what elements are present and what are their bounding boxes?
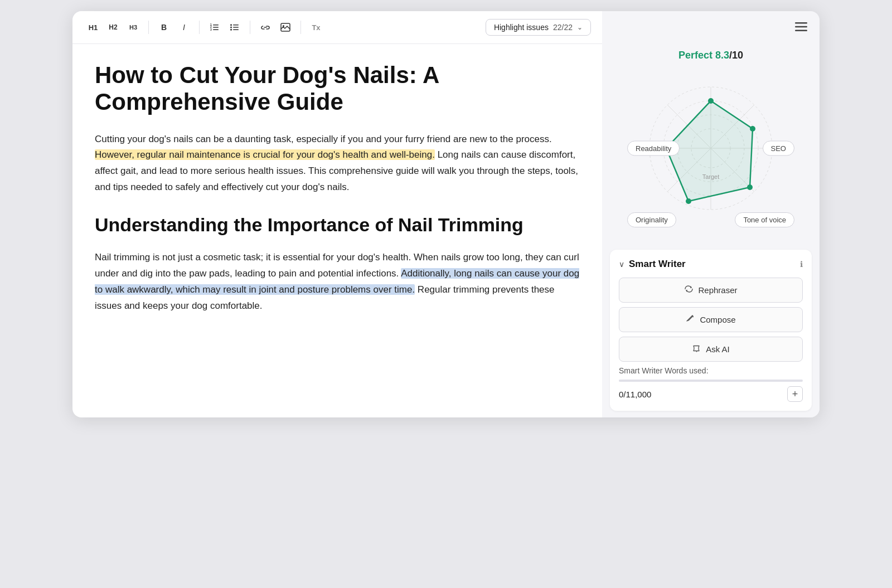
h2-button[interactable]: H2 [104, 18, 123, 37]
ask-ai-button[interactable]: Ask AI [619, 337, 803, 362]
smart-writer-title-group: ∨ Smart Writer [619, 259, 686, 270]
radar-label-seo[interactable]: SEO [763, 141, 794, 156]
smart-writer-header: ∨ Smart Writer ℹ [619, 259, 803, 270]
radar-label-tone-of-voice[interactable]: Tone of voice [735, 212, 794, 227]
highlight-count: 22/22 [553, 23, 573, 32]
score-title: Perfect 8.3/10 [678, 50, 743, 61]
image-button[interactable] [276, 18, 295, 37]
svg-point-29 [686, 198, 691, 204]
words-used-row: 0/11,000 + [619, 386, 803, 402]
svg-point-11 [230, 29, 232, 31]
svg-text:3: 3 [210, 28, 212, 31]
image-icon [280, 23, 290, 32]
radar-label-originality[interactable]: Originality [627, 212, 676, 227]
score-number: 8.3 [715, 50, 729, 61]
article-h2: Understanding the Importance of Nail Tri… [95, 213, 580, 236]
editor-content: How to Cut Your Dog's Nails: A Comprehen… [72, 44, 602, 417]
svg-point-9 [230, 24, 232, 26]
svg-rect-15 [795, 26, 807, 28]
article-title: How to Cut Your Dog's Nails: A Comprehen… [95, 62, 580, 116]
smart-writer-chevron[interactable]: ∨ [619, 260, 624, 269]
editor-panel: H1 H2 H3 B I 1 2 3 [72, 11, 602, 417]
unordered-list-icon [230, 22, 240, 32]
article-intro: Cutting your dog's nails can be a daunti… [95, 132, 580, 196]
score-perfect-label: Perfect [678, 50, 715, 61]
svg-rect-0 [213, 25, 219, 26]
compose-icon [686, 314, 695, 325]
bold-button[interactable]: B [154, 18, 173, 37]
words-used-label: Smart Writer Words used: [619, 366, 803, 375]
words-used-count: 0/11,000 [619, 390, 651, 399]
h1-button[interactable]: H1 [84, 18, 103, 37]
ask-ai-label: Ask AI [706, 344, 730, 354]
highlight-dropdown[interactable]: Highlight issues 22/22 ⌄ [486, 19, 591, 36]
italic-button[interactable]: I [174, 18, 193, 37]
unordered-list-button[interactable] [225, 18, 244, 37]
ordered-list-icon: 1 2 3 [210, 22, 220, 32]
svg-text:Target: Target [702, 173, 720, 180]
menu-button[interactable] [793, 19, 809, 36]
article-body-2: Nail trimming is not just a cosmetic tas… [95, 250, 580, 314]
chevron-down-icon: ⌄ [577, 23, 583, 31]
svg-point-27 [750, 126, 755, 132]
info-icon[interactable]: ℹ [800, 260, 803, 269]
svg-point-26 [708, 98, 714, 104]
link-button[interactable] [256, 18, 275, 37]
insert-group [256, 18, 295, 37]
divider-4 [300, 21, 301, 34]
intro-highlight-yellow: However, regular nail maintenance is cru… [95, 149, 435, 160]
clear-format-button[interactable]: Tx [307, 18, 326, 37]
highlight-label: Highlight issues [494, 23, 549, 32]
svg-rect-6 [233, 25, 239, 26]
rephraser-icon [684, 284, 694, 296]
svg-marker-25 [666, 101, 753, 201]
radar-chart: Target Readability SEO Originality Tone … [633, 70, 789, 226]
heading-group: H1 H2 H3 [84, 18, 143, 37]
hamburger-icon [795, 22, 807, 31]
toolbar: H1 H2 H3 B I 1 2 3 [72, 11, 602, 44]
list-group: 1 2 3 [205, 18, 244, 37]
score-total: /10 [729, 50, 743, 61]
compose-button[interactable]: Compose [619, 307, 803, 332]
svg-rect-2 [213, 30, 219, 31]
sidebar-panel: Perfect 8.3/10 [602, 11, 820, 417]
divider-2 [199, 21, 200, 34]
rephraser-label: Rephraser [698, 285, 737, 295]
smart-writer-title: Smart Writer [629, 259, 686, 270]
svg-rect-1 [213, 27, 219, 28]
svg-rect-16 [795, 30, 807, 32]
format-group: B I [154, 18, 193, 37]
words-used-progress-track [619, 380, 803, 382]
ask-ai-icon [692, 343, 701, 355]
rephraser-button[interactable]: Rephraser [619, 278, 803, 303]
words-used-add-button[interactable]: + [787, 386, 803, 402]
svg-point-28 [747, 184, 753, 190]
ordered-list-button[interactable]: 1 2 3 [205, 18, 224, 37]
svg-rect-7 [233, 27, 239, 28]
h3-button[interactable]: H3 [124, 18, 143, 37]
divider-3 [250, 21, 250, 34]
divider-1 [148, 21, 149, 34]
svg-point-10 [230, 27, 232, 28]
svg-rect-8 [233, 30, 239, 31]
link-icon [260, 23, 270, 31]
radar-label-readability[interactable]: Readability [627, 141, 680, 156]
app-container: H1 H2 H3 B I 1 2 3 [72, 11, 820, 417]
intro-text-before: Cutting your dog's nails can be a daunti… [95, 134, 552, 144]
compose-label: Compose [700, 315, 735, 324]
svg-rect-14 [795, 22, 807, 24]
score-section: Perfect 8.3/10 [602, 44, 820, 243]
smart-writer-section: ∨ Smart Writer ℹ Rephraser [610, 250, 812, 411]
sidebar-header [602, 11, 820, 44]
